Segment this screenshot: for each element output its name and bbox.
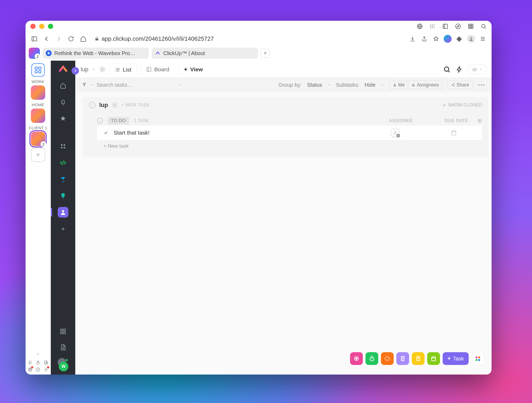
due-date-button[interactable] <box>451 130 457 136</box>
dock-add-button[interactable]: + <box>31 148 45 162</box>
filter-icon[interactable] <box>82 82 87 88</box>
status-pill[interactable]: TO DO <box>108 117 129 124</box>
share-button[interactable]: Share <box>448 81 473 89</box>
automate-icon[interactable] <box>456 66 463 73</box>
compass-icon[interactable] <box>455 23 461 30</box>
task-count: 1 TASK <box>134 118 149 123</box>
browser-tab-wavebox[interactable]: ✳ Rethink the Web - Wavebox Pro… <box>43 48 149 59</box>
subtasks-value[interactable]: Hide <box>365 82 376 88</box>
close-window-button[interactable] <box>30 24 36 29</box>
expand-sidebar-button[interactable] <box>72 67 79 74</box>
home-button[interactable] <box>79 35 87 43</box>
profile-avatar[interactable] <box>444 35 452 43</box>
address-bar[interactable]: app.clickup.com/20461260/v/l/li/14062572… <box>92 34 404 44</box>
show-closed-toggle[interactable]: SHOW CLOSED <box>442 102 482 108</box>
dock-app-client1[interactable]: 2 <box>31 132 45 146</box>
task-complete-icon[interactable] <box>103 130 108 135</box>
menu-icon[interactable] <box>479 35 487 43</box>
notepad-icon[interactable] <box>396 352 409 365</box>
ai-button[interactable] <box>468 65 486 74</box>
clickup-logo-icon[interactable] <box>58 64 68 74</box>
assign-task-button[interactable]: + <box>390 128 400 138</box>
svg-rect-25 <box>147 67 151 71</box>
globe-icon[interactable] <box>417 23 423 30</box>
timer-icon[interactable] <box>365 352 378 365</box>
code-space-icon[interactable] <box>58 157 68 168</box>
new-task-link[interactable]: + NEW TASK <box>121 102 150 108</box>
more-icon[interactable]: ••• <box>478 82 485 88</box>
star-icon[interactable] <box>432 35 440 43</box>
chevron-down-icon[interactable] <box>381 83 384 86</box>
add-task-row[interactable]: + New task <box>97 140 482 152</box>
grid-icon[interactable] <box>468 23 474 30</box>
maximize-window-button[interactable] <box>48 24 53 29</box>
sidebar-toggle-icon[interactable] <box>30 35 38 43</box>
chevron-down-icon[interactable] <box>34 350 42 358</box>
dock-app-home[interactable] <box>31 109 45 123</box>
reminder-icon[interactable] <box>412 352 425 365</box>
docs-icon[interactable] <box>58 342 68 353</box>
notifications-icon[interactable] <box>58 97 68 107</box>
breadcrumb-title[interactable]: lup <box>81 66 88 73</box>
extensions-icon[interactable] <box>455 35 463 43</box>
record-icon[interactable] <box>350 352 363 365</box>
dashboards-icon[interactable] <box>58 326 68 337</box>
cocktail-space-icon[interactable] <box>58 174 68 185</box>
view-tab-board[interactable]: Board <box>141 63 174 76</box>
apps-menu-button[interactable] <box>471 352 484 365</box>
gear-icon[interactable] <box>44 367 48 372</box>
search-icon[interactable] <box>443 66 451 73</box>
chevron-down-icon[interactable] <box>90 83 93 86</box>
collapse-status-icon[interactable] <box>97 118 103 124</box>
sliders-icon[interactable] <box>429 23 436 30</box>
group-by-value[interactable]: Status <box>307 82 322 88</box>
home-icon[interactable] <box>58 80 68 91</box>
chevron-down-icon[interactable] <box>178 83 182 87</box>
collapse-icon[interactable] <box>89 102 95 108</box>
add-view-button[interactable]: + View <box>178 63 208 76</box>
back-button[interactable] <box>43 35 51 43</box>
filter-bar: Search tasks… Group by: Status Subtasks:… <box>75 78 492 92</box>
lock-small-icon[interactable] <box>36 360 40 365</box>
dock-apps-grid-icon[interactable] <box>31 63 45 77</box>
search-icon[interactable] <box>480 23 487 30</box>
task-row[interactable]: Start that task! + <box>97 126 482 140</box>
share-icon[interactable] <box>420 35 428 43</box>
layout-icon[interactable] <box>442 23 448 30</box>
info-icon[interactable]: i <box>112 102 118 108</box>
browser-tab-clickup[interactable]: ClickUp™ | About <box>152 48 258 59</box>
add-column-button[interactable]: ⊕ <box>477 117 482 124</box>
add-space-button[interactable]: + <box>58 223 68 234</box>
dock-app-work[interactable] <box>31 85 45 100</box>
svg-point-34 <box>452 84 453 85</box>
create-task-button[interactable]: + Task <box>443 352 469 365</box>
quick-action-toolbar: + Task <box>350 352 484 365</box>
chevron-down-icon[interactable] <box>327 83 331 86</box>
app-switcher[interactable]: 2 <box>29 48 40 59</box>
spaces-icon[interactable] <box>58 141 68 152</box>
task-title[interactable]: Start that task! <box>114 130 149 136</box>
track-time-icon[interactable] <box>381 352 394 365</box>
help-icon[interactable] <box>36 367 40 372</box>
people-space-icon[interactable] <box>58 207 68 218</box>
reload-button[interactable] <box>67 35 75 43</box>
info-icon[interactable]: i <box>99 67 105 72</box>
assignees-filter-button[interactable]: Assignees <box>408 81 442 89</box>
calendar-icon[interactable] <box>427 352 440 365</box>
search-tasks-input[interactable]: Search tasks… <box>97 82 133 88</box>
me-filter-button[interactable]: Me <box>389 81 408 89</box>
bulb-space-icon[interactable] <box>58 190 68 201</box>
gift-icon[interactable] <box>28 367 32 372</box>
new-tab-button[interactable]: + <box>261 49 270 58</box>
account-icon[interactable] <box>467 35 475 43</box>
favorites-icon[interactable] <box>58 113 68 124</box>
chevron-down-icon[interactable] <box>92 68 96 71</box>
globe-small-icon[interactable] <box>44 360 48 365</box>
minimize-window-button[interactable] <box>39 24 44 29</box>
view-tab-list[interactable]: List <box>109 63 137 76</box>
svg-point-17 <box>64 144 65 146</box>
svg-point-36 <box>394 131 396 133</box>
download-icon[interactable] <box>409 35 417 43</box>
bell-icon[interactable] <box>28 360 32 365</box>
avatar-stack[interactable]: W <box>58 358 68 371</box>
